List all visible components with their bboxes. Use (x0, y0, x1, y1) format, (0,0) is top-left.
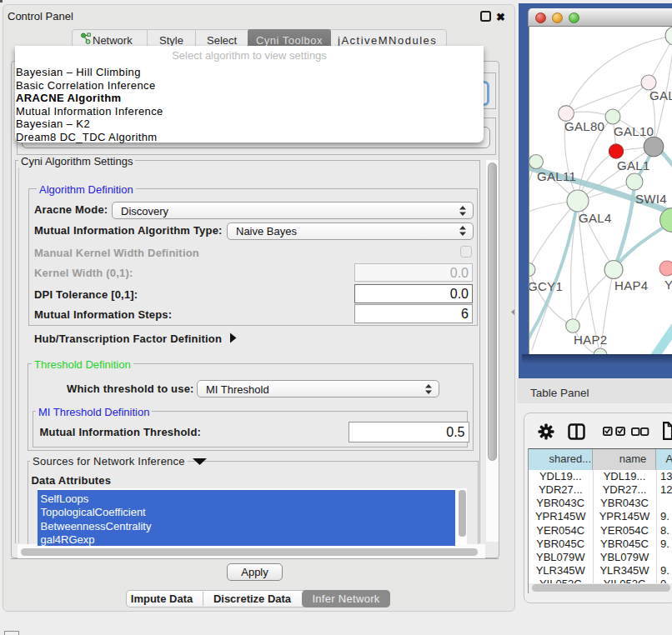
svg-text:GAL7: GAL7 (649, 88, 672, 102)
svg-text:GAL80: GAL80 (564, 119, 604, 133)
svg-text:GAL4: GAL4 (579, 211, 612, 225)
svg-text:GAL10: GAL10 (614, 124, 654, 138)
svg-text:HAP4: HAP4 (614, 278, 648, 292)
svg-text:GAL11: GAL11 (537, 169, 576, 183)
svg-text:GCY1: GCY1 (529, 279, 563, 293)
svg-text:HAP2: HAP2 (574, 332, 607, 347)
svg-text:GAL1: GAL1 (617, 158, 650, 172)
svg-text:SWI4: SWI4 (635, 192, 667, 206)
svg-text:Y: Y (664, 278, 672, 292)
